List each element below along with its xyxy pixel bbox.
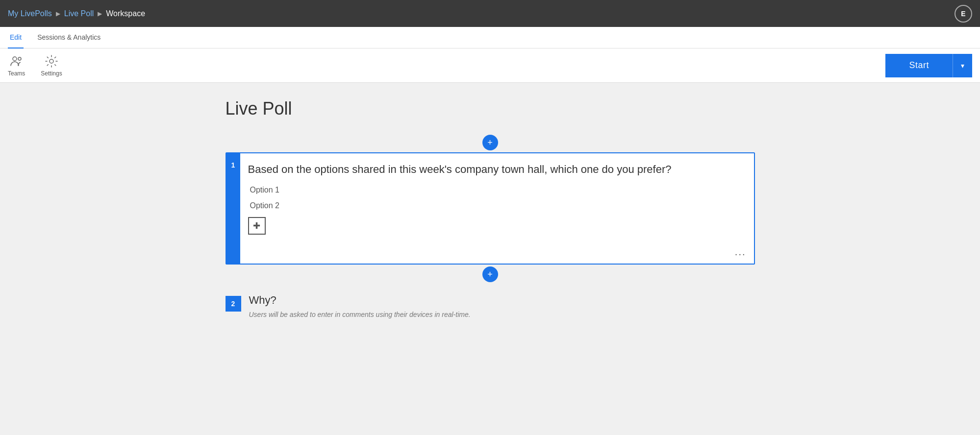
settings-icon <box>45 54 58 68</box>
question-2-subtitle: Users will be asked to enter in comments… <box>249 311 755 318</box>
teams-icon <box>10 54 24 68</box>
tab-sessions[interactable]: Sessions & Analytics <box>35 27 102 48</box>
question-2-badge: 2 <box>226 296 241 312</box>
more-icon: ··· <box>735 248 746 259</box>
question-1-option-1[interactable]: Option 1 <box>248 186 742 194</box>
question-1-badge: 1 <box>226 153 240 264</box>
top-bar: My LivePolls ▶ Live Poll ▶ Workspace E <box>0 0 980 27</box>
start-button[interactable]: Start <box>885 54 953 77</box>
question-1-content: Based on the options shared in this week… <box>226 153 754 244</box>
main-content: Live Poll + 1 Based on the options share… <box>0 83 980 435</box>
question-card-2: 2 Why? Users will be asked to enter in c… <box>226 290 755 322</box>
poll-title: Live Poll <box>226 98 755 119</box>
question-2-text[interactable]: Why? <box>249 294 755 307</box>
question-1-option-2[interactable]: Option 2 <box>248 201 742 210</box>
add-question-above-1-button[interactable]: + <box>482 135 498 150</box>
question-1-footer: ··· <box>226 244 754 264</box>
more-options-button[interactable]: ··· <box>735 248 746 260</box>
chevron-down-icon: ▾ <box>961 62 964 70</box>
tab-edit[interactable]: Edit <box>8 27 24 48</box>
svg-point-2 <box>50 59 53 63</box>
add-question-below-1-button[interactable]: + <box>482 266 498 282</box>
add-option-icon: ✚ <box>253 220 260 231</box>
toolbar-label-settings: Settings <box>41 70 62 77</box>
toolbar: Teams Settings Start ▾ DEBUG: 1 <box>0 48 980 83</box>
add-question-below-1-row: + <box>226 266 755 282</box>
add-option-button[interactable]: ✚ <box>248 217 266 235</box>
breadcrumb-current: Workspace <box>106 9 145 18</box>
breadcrumb-root[interactable]: My LivePolls <box>8 9 52 18</box>
breadcrumb-middle[interactable]: Live Poll <box>64 9 94 18</box>
user-avatar[interactable]: E <box>955 5 972 23</box>
question-card-1: 1 Based on the options shared in this we… <box>226 152 755 265</box>
start-dropdown-button[interactable]: ▾ <box>953 54 972 77</box>
plus-icon-bottom: + <box>487 269 493 280</box>
toolbar-label-teams: Teams <box>8 70 25 77</box>
svg-point-0 <box>13 57 17 61</box>
breadcrumb: My LivePolls ▶ Live Poll ▶ Workspace <box>8 9 145 18</box>
question-2-content: Why? Users will be asked to enter in com… <box>249 294 755 318</box>
toolbar-item-settings[interactable]: Settings <box>41 54 62 77</box>
plus-icon-top: + <box>487 138 493 148</box>
add-question-above-1-row: + <box>226 135 755 150</box>
secondary-nav: Edit Sessions & Analytics <box>0 27 980 48</box>
content-area: Live Poll + 1 Based on the options share… <box>186 98 794 322</box>
svg-point-1 <box>18 57 21 60</box>
toolbar-right: Start ▾ <box>885 54 972 77</box>
breadcrumb-sep-1: ▶ <box>56 10 60 17</box>
toolbar-left: Teams Settings <box>8 54 62 77</box>
question-1-text[interactable]: Based on the options shared in this week… <box>248 163 742 176</box>
toolbar-item-teams[interactable]: Teams <box>8 54 25 77</box>
breadcrumb-sep-2: ▶ <box>98 10 102 17</box>
